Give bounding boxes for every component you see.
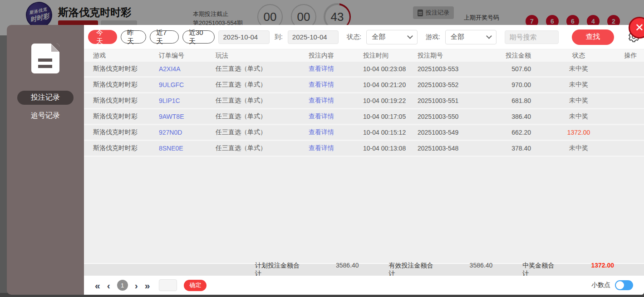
cell-order-link[interactable]: 9AWT8E xyxy=(159,113,216,120)
search-button[interactable]: 查找 xyxy=(572,29,614,45)
date-to-label: 到: xyxy=(275,33,283,41)
range-30days-button[interactable]: 近30天 xyxy=(182,30,215,44)
cell-play: 任三直选（单式） xyxy=(216,97,309,105)
cell-time: 10-04 00:13:08 xyxy=(363,145,418,152)
toggle-knob xyxy=(616,281,624,289)
status-select-value: 全部 xyxy=(372,33,385,41)
cell-view-details-link[interactable]: 查看详情 xyxy=(309,144,363,152)
cell-view-details-link[interactable]: 查看详情 xyxy=(309,128,363,136)
cell-play: 任三直选（单式） xyxy=(216,81,309,89)
modal-sidebar: 投注记录 追号记录 xyxy=(7,25,84,295)
cell-amount: 378.40 xyxy=(486,145,540,152)
cell-status: 1372.00 xyxy=(540,129,617,136)
decimal-toggle-label: 小数点 xyxy=(591,281,610,289)
cell-game: 斯洛伐克时时彩 xyxy=(84,81,159,89)
decimal-toggle[interactable] xyxy=(615,280,633,290)
cell-amount: 681.80 xyxy=(486,97,540,104)
bet-records-modal: 投注记录 追号记录 今天 昨天 近7天 近30天 2025-10-04 到: 2… xyxy=(7,25,644,295)
col-header-period: 投注期号 xyxy=(418,52,486,60)
col-header-status: 状态 xyxy=(540,52,617,60)
chevron-down-icon xyxy=(486,33,492,39)
cell-game: 斯洛伐克时时彩 xyxy=(84,65,159,73)
cell-play: 任三直选（单式） xyxy=(216,128,309,136)
table-row: 斯洛伐克时时彩 9LIP1C 任三直选（单式） 查看详情 10-04 00:19… xyxy=(84,93,644,109)
period-search-input[interactable] xyxy=(505,30,559,44)
cell-status: 未中奖 xyxy=(540,112,617,121)
filter-bar: 今天 昨天 近7天 近30天 2025-10-04 到: 2025-10-04 … xyxy=(84,25,644,49)
cell-view-details-link[interactable]: 查看详情 xyxy=(309,112,363,121)
date-from-input[interactable]: 2025-10-04 xyxy=(218,30,269,44)
cell-time: 10-04 00:23:08 xyxy=(363,65,418,73)
cell-amount: 662.20 xyxy=(486,129,540,136)
cell-period: 20251003-549 xyxy=(418,129,486,136)
col-header-play: 玩法 xyxy=(216,52,309,60)
col-header-time: 投注时间 xyxy=(363,52,418,60)
cell-amount: 386.40 xyxy=(486,113,540,120)
page-jump-input[interactable] xyxy=(159,279,177,291)
chevron-down-icon xyxy=(407,33,413,39)
cell-order-link[interactable]: A2XI4A xyxy=(159,65,216,73)
first-page-icon[interactable]: « xyxy=(95,281,100,290)
cell-play: 任三直选（单式） xyxy=(216,65,309,73)
cell-status: 未中奖 xyxy=(540,144,617,152)
cell-game: 斯洛伐克时时彩 xyxy=(84,128,159,136)
next-page-icon[interactable]: › xyxy=(135,281,138,290)
cell-time: 10-04 00:17:05 xyxy=(363,113,418,120)
col-header-amount: 投注金额 xyxy=(486,52,540,60)
game-select-value: 全部 xyxy=(451,33,464,41)
game-select[interactable]: 全部 xyxy=(445,30,497,44)
col-header-content: 投注内容 xyxy=(309,52,363,60)
cell-order-link[interactable]: 9LIP1C xyxy=(159,97,216,104)
prev-page-icon[interactable]: ‹ xyxy=(107,281,110,290)
cell-amount: 507.60 xyxy=(486,65,540,73)
sidebar-item-chase-records[interactable]: 追号记录 xyxy=(31,111,60,121)
pagination-bar: « ‹ 1 › » 确定 小数点 xyxy=(84,276,644,295)
cell-period: 20251003-548 xyxy=(418,145,486,152)
table-row: 斯洛伐克时时彩 927N0D 任三直选（单式） 查看详情 10-04 00:15… xyxy=(84,125,644,141)
cell-time: 10-04 00:21:20 xyxy=(363,81,418,88)
game-label: 游戏: xyxy=(426,33,440,41)
cell-period: 20251003-550 xyxy=(418,113,486,120)
cell-view-details-link[interactable]: 查看详情 xyxy=(309,81,363,89)
table-row: 斯洛伐克时时彩 9ULGFC 任三直选（单式） 查看详情 10-04 00:21… xyxy=(84,78,644,93)
cell-play: 任三直选（单式） xyxy=(216,112,309,121)
cell-period: 20251003-553 xyxy=(418,65,486,73)
cell-period: 20251003-551 xyxy=(418,97,486,104)
table-row: 斯洛伐克时时彩 9AWT8E 任三直选（单式） 查看详情 10-04 00:17… xyxy=(84,109,644,125)
col-header-action: 操作 xyxy=(617,52,644,60)
cell-game: 斯洛伐克时时彩 xyxy=(84,112,159,121)
cell-play: 任三直选（单式） xyxy=(216,144,309,152)
col-header-order: 订单编号 xyxy=(159,52,216,60)
cell-time: 10-04 00:15:12 xyxy=(363,129,418,136)
modal-content: 今天 昨天 近7天 近30天 2025-10-04 到: 2025-10-04 … xyxy=(84,25,644,295)
cell-order-link[interactable]: 927N0D xyxy=(159,129,216,136)
sidebar-item-bet-records[interactable]: 投注记录 xyxy=(17,91,74,105)
cell-status: 未中奖 xyxy=(540,97,617,105)
records-document-icon xyxy=(31,44,59,73)
table-body: 斯洛伐克时时彩 A2XI4A 任三直选（单式） 查看详情 10-04 00:23… xyxy=(84,62,644,263)
cell-game: 斯洛伐克时时彩 xyxy=(84,97,159,105)
cell-amount: 970.00 xyxy=(486,81,540,88)
table-row: 斯洛伐克时时彩 8SNE0E 任三直选（单式） 查看详情 10-04 00:13… xyxy=(84,141,644,157)
cell-view-details-link[interactable]: 查看详情 xyxy=(309,65,363,73)
range-today-button[interactable]: 今天 xyxy=(88,30,117,44)
cell-period: 20251003-552 xyxy=(418,81,486,88)
range-7days-button[interactable]: 近7天 xyxy=(150,30,179,44)
summary-bar: 计划投注金额合计 3586.40 有效投注金额合计 3586.40 中奖金额合计… xyxy=(84,263,644,276)
cell-view-details-link[interactable]: 查看详情 xyxy=(309,97,363,105)
last-page-icon[interactable]: » xyxy=(145,281,150,290)
cell-status: 未中奖 xyxy=(540,65,617,73)
status-select[interactable]: 全部 xyxy=(366,30,418,44)
status-label: 状态: xyxy=(347,33,361,41)
cell-order-link[interactable]: 8SNE0E xyxy=(159,145,216,152)
col-header-game: 游戏 xyxy=(84,52,159,60)
page-number-button[interactable]: 1 xyxy=(117,280,128,291)
cell-order-link[interactable]: 9ULGFC xyxy=(159,81,216,88)
date-to-input[interactable]: 2025-10-04 xyxy=(288,30,339,44)
confirm-page-button[interactable]: 确定 xyxy=(184,280,206,291)
cell-time: 10-04 00:19:22 xyxy=(363,97,418,104)
cell-status: 未中奖 xyxy=(540,81,617,89)
range-yesterday-button[interactable]: 昨天 xyxy=(121,30,146,44)
table-row: 斯洛伐克时时彩 A2XI4A 任三直选（单式） 查看详情 10-04 00:23… xyxy=(84,62,644,78)
table-header: 游戏 订单编号 玩法 投注内容 投注时间 投注期号 投注金额 状态 操作 xyxy=(84,49,644,62)
